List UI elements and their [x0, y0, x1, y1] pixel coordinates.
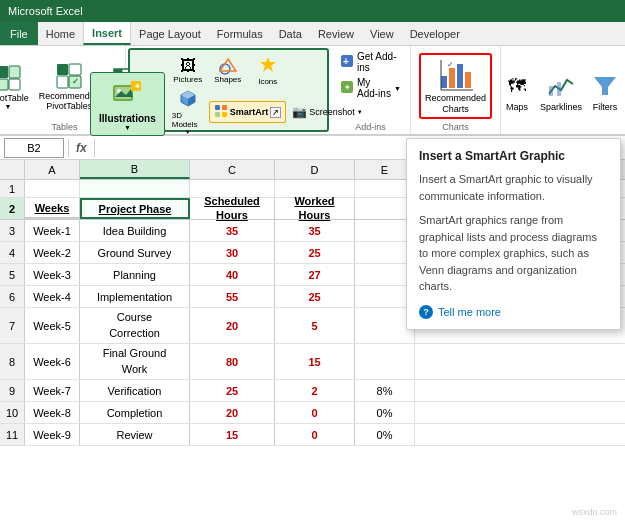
3d-models-button[interactable]: 3D Models ▼	[169, 88, 207, 136]
cell-a5[interactable]: Week-3	[25, 264, 80, 285]
cell-d5[interactable]: 27	[275, 264, 355, 285]
cell-b7[interactable]: CourseCorrection	[80, 308, 190, 343]
get-addins-button[interactable]: + Get Add-ins	[337, 50, 404, 74]
filters-button[interactable]: Filters	[587, 68, 623, 114]
cell-a6[interactable]: Week-4	[25, 286, 80, 307]
screenshot-icon: 📷	[292, 105, 307, 119]
tooltip-tell-more-link[interactable]: ? Tell me more	[419, 305, 608, 319]
menu-item-review[interactable]: Review	[310, 22, 362, 45]
cell-d11[interactable]: 0	[275, 424, 355, 445]
cell-c10[interactable]: 20	[190, 402, 275, 423]
col-header-d[interactable]: D	[275, 160, 355, 179]
menu-item-developer[interactable]: Developer	[402, 22, 468, 45]
cell-c2[interactable]: ScheduledHours	[190, 198, 275, 219]
cell-c8[interactable]: 80	[190, 344, 275, 379]
cell-c6[interactable]: 55	[190, 286, 275, 307]
cell-a11[interactable]: Week-9	[25, 424, 80, 445]
cell-b2[interactable]: Project Phase	[80, 198, 190, 219]
cell-e10[interactable]: 0%	[355, 402, 415, 423]
illustrations-big-button[interactable]: ✦ Illustrations ▼	[90, 72, 165, 136]
menu-item-formulas[interactable]: Formulas	[209, 22, 271, 45]
shapes-button[interactable]: Shapes	[209, 56, 247, 85]
row-header-5[interactable]: 5	[0, 264, 25, 285]
cell-a8[interactable]: Week-6	[25, 344, 80, 379]
cell-a2[interactable]: Weeks	[25, 198, 80, 219]
pictures-button[interactable]: 🖼 Pictures	[169, 56, 207, 85]
cell-b3[interactable]: Idea Building	[80, 220, 190, 241]
row-header-2[interactable]: 2	[0, 198, 25, 219]
pictures-icon: 🖼	[180, 57, 196, 75]
cell-d6[interactable]: 25	[275, 286, 355, 307]
cell-d4[interactable]: 25	[275, 242, 355, 263]
pivot-table-button[interactable]: PivotTable ▼	[0, 60, 33, 113]
cell-a9[interactable]: Week-7	[25, 380, 80, 401]
row-header-4[interactable]: 4	[0, 242, 25, 263]
cell-d7[interactable]: 5	[275, 308, 355, 343]
row-header-9[interactable]: 9	[0, 380, 25, 401]
cell-b1[interactable]	[80, 180, 190, 197]
col-header-b[interactable]: B	[80, 160, 190, 179]
col-header-a[interactable]: A	[25, 160, 80, 179]
cell-e11[interactable]: 0%	[355, 424, 415, 445]
menu-item-page-layout[interactable]: Page Layout	[131, 22, 209, 45]
my-addins-button[interactable]: ✦ My Add-ins ▼	[337, 76, 404, 100]
menu-item-file[interactable]: File	[0, 22, 38, 45]
cell-c11[interactable]: 15	[190, 424, 275, 445]
sparklines-button[interactable]: Sparklines	[538, 68, 584, 114]
tooltip-body1: Insert a SmartArt graphic to visually co…	[419, 171, 608, 204]
cell-b9[interactable]: Verification	[80, 380, 190, 401]
cell-a7[interactable]: Week-5	[25, 308, 80, 343]
cell-b5[interactable]: Planning	[80, 264, 190, 285]
cell-a4[interactable]: Week-2	[25, 242, 80, 263]
row-header-3[interactable]: 3	[0, 220, 25, 241]
row-header-11[interactable]: 11	[0, 424, 25, 445]
row-header-1[interactable]: 1	[0, 180, 25, 197]
cell-b4[interactable]: Ground Survey	[80, 242, 190, 263]
cell-e8[interactable]	[355, 344, 415, 379]
cell-d10[interactable]: 0	[275, 402, 355, 423]
smartart-icon	[214, 104, 228, 121]
cell-d9[interactable]: 2	[275, 380, 355, 401]
menu-item-home[interactable]: Home	[38, 22, 83, 45]
cell-c4[interactable]: 30	[190, 242, 275, 263]
cell-a3[interactable]: Week-1	[25, 220, 80, 241]
corner-header	[0, 160, 25, 179]
svg-rect-0	[0, 66, 8, 78]
get-addins-label: Get Add-ins	[357, 51, 401, 73]
watermark: wsxdn.com	[572, 507, 617, 517]
cell-d3[interactable]: 35	[275, 220, 355, 241]
cell-c3[interactable]: 35	[190, 220, 275, 241]
icons-button[interactable]: Icons	[249, 54, 287, 87]
recommended-charts-button[interactable]: ✓ RecommendedCharts	[419, 53, 492, 119]
cell-b10[interactable]: Completion	[80, 402, 190, 423]
svg-marker-44	[594, 77, 616, 95]
svg-rect-5	[69, 64, 81, 75]
shapes-label: Shapes	[214, 75, 241, 84]
cell-c9[interactable]: 25	[190, 380, 275, 401]
menu-item-data[interactable]: Data	[271, 22, 310, 45]
cell-c7[interactable]: 20	[190, 308, 275, 343]
cell-a1[interactable]	[25, 180, 80, 197]
row-header-8[interactable]: 8	[0, 344, 25, 379]
col-header-c[interactable]: C	[190, 160, 275, 179]
map-chart-button[interactable]: 🗺 Maps	[499, 68, 535, 114]
cell-b11[interactable]: Review	[80, 424, 190, 445]
menu-item-insert[interactable]: Insert	[83, 22, 131, 45]
row-header-10[interactable]: 10	[0, 402, 25, 423]
svg-rect-2	[0, 79, 8, 90]
smartart-button[interactable]: SmartArt ↗	[209, 101, 287, 123]
cell-d2[interactable]: WorkedHours	[275, 198, 355, 219]
row-header-7[interactable]: 7	[0, 308, 25, 343]
cell-b6[interactable]: Implementation	[80, 286, 190, 307]
cell-e9[interactable]: 8%	[355, 380, 415, 401]
cell-c5[interactable]: 40	[190, 264, 275, 285]
row-11: 11 Week-9 Review 15 0 0%	[0, 424, 625, 446]
menu-item-view[interactable]: View	[362, 22, 402, 45]
cell-b8[interactable]: Final GroundWork	[80, 344, 190, 379]
row-header-6[interactable]: 6	[0, 286, 25, 307]
svg-rect-1	[9, 66, 20, 78]
name-box[interactable]	[4, 138, 64, 158]
cell-d8[interactable]: 15	[275, 344, 355, 379]
svg-text:✦: ✦	[344, 83, 351, 92]
cell-a10[interactable]: Week-8	[25, 402, 80, 423]
